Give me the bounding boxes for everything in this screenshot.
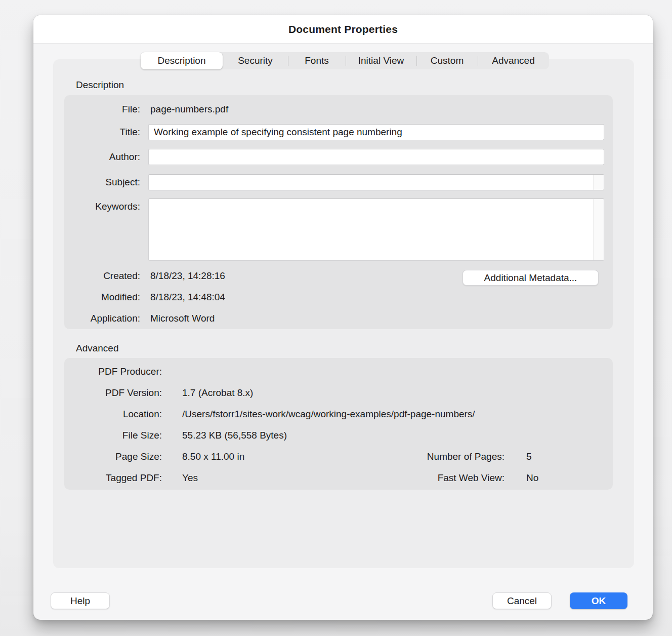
help-button-label: Help [70,595,90,607]
application-label: Application: [64,311,140,326]
modified-label: Modified: [64,290,140,305]
ok-button[interactable]: OK [570,592,627,609]
keywords-label: Keywords: [64,198,140,215]
file-size-row: File Size: 55.23 KB (56,558 Bytes) [64,425,613,446]
title-label: Title: [64,124,140,140]
tab-bar: Description Security Fonts Initial View … [141,52,549,69]
tab-description[interactable]: Description [141,52,223,69]
subject-label: Subject: [64,174,140,190]
file-label: File: [64,101,140,117]
description-section-heading: Description [76,80,124,91]
created-label: Created: [64,268,140,284]
title-input[interactable] [148,124,604,140]
fast-web-view-value: No [526,467,538,489]
ok-button-label: OK [592,595,606,607]
titlebar: Document Properties [33,15,653,44]
number-of-pages-label: Number of Pages: [327,446,505,467]
fast-web-view-label: Fast Web View: [327,467,505,489]
keywords-scrollbar-gutter [593,199,604,260]
application-value: Microsoft Word [150,311,215,326]
tagged-pdf-row: Tagged PDF: Yes Fast Web View: No [64,467,613,489]
pdf-version-row: PDF Version: 1.7 (Acrobat 8.x) [64,382,613,404]
pdf-producer-label: PDF Producer: [64,361,162,382]
tagged-pdf-value: Yes [182,467,198,489]
subject-field-shell [148,174,604,190]
file-size-value: 55.23 KB (56,558 Bytes) [182,425,287,446]
location-value: /Users/fstorr1/sites-work/wcag/working-e… [182,404,475,425]
tab-description-label: Description [157,55,205,66]
subject-scrollbar-gutter [593,175,604,190]
page-size-value: 8.50 x 11.00 in [182,446,244,467]
tab-fonts[interactable]: Fonts [288,52,346,69]
window-title: Document Properties [288,23,398,35]
cancel-button[interactable]: Cancel [492,592,552,609]
file-value: page-numbers.pdf [150,101,228,117]
tab-advanced-label: Advanced [492,55,535,66]
tab-initial-view-label: Initial View [358,55,404,66]
author-label: Author: [64,149,140,165]
pdf-version-label: PDF Version: [64,382,162,404]
advanced-section-heading: Advanced [76,343,119,354]
advanced-groupbox: PDF Producer: PDF Version: 1.7 (Acrobat … [64,358,613,490]
page-size-label: Page Size: [64,446,162,467]
modified-value: 8/18/23, 14:48:04 [150,290,225,305]
tab-content-panel: Description File: page-numbers.pdf Title… [53,59,634,568]
subject-input[interactable] [149,175,593,190]
created-value: 8/18/23, 14:28:16 [150,268,225,284]
tab-security[interactable]: Security [223,52,288,69]
page-size-row: Page Size: 8.50 x 11.00 in Number of Pag… [64,446,613,467]
document-properties-dialog: Document Properties Description Security… [33,15,653,620]
pdf-producer-row: PDF Producer: [64,361,613,382]
cancel-button-label: Cancel [507,595,537,607]
tab-custom-label: Custom [431,55,464,66]
additional-metadata-button[interactable]: Additional Metadata... [463,270,599,286]
tab-initial-view[interactable]: Initial View [346,52,416,69]
file-size-label: File Size: [64,425,162,446]
tab-security-label: Security [238,55,273,66]
tab-advanced[interactable]: Advanced [478,52,549,69]
location-label: Location: [64,404,162,425]
description-groupbox: File: page-numbers.pdf Title: Author: Su… [64,95,613,329]
help-button[interactable]: Help [51,592,110,609]
tab-fonts-label: Fonts [305,55,329,66]
additional-metadata-label: Additional Metadata... [484,272,577,284]
keywords-field-shell [148,198,604,261]
author-input[interactable] [148,149,604,165]
location-row: Location: /Users/fstorr1/sites-work/wcag… [64,404,613,425]
number-of-pages-value: 5 [526,446,532,467]
tagged-pdf-label: Tagged PDF: [64,467,162,489]
tab-custom[interactable]: Custom [416,52,478,69]
keywords-textarea[interactable] [149,199,593,260]
pdf-version-value: 1.7 (Acrobat 8.x) [182,382,253,404]
